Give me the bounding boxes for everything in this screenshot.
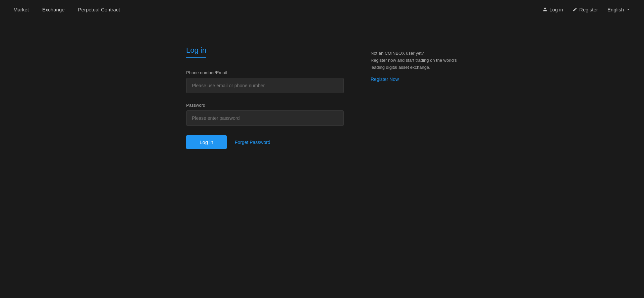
right-panel-promo: Not an COINBOX user yet? Register now an… xyxy=(371,50,458,71)
promo-text-2: Register now and start trading on the wo… xyxy=(371,58,457,70)
register-icon xyxy=(573,7,577,12)
nav-login[interactable]: Log in xyxy=(543,7,563,12)
phone-email-label: Phone number/Email xyxy=(186,70,344,75)
promo-text-1: Not an COINBOX user yet? xyxy=(371,51,424,56)
login-title: Log in xyxy=(186,46,206,58)
nav-item-market[interactable]: Market xyxy=(13,7,29,12)
language-label: English xyxy=(607,7,624,12)
nav-item-perpetual-contract[interactable]: Perpetual Contract xyxy=(78,7,120,12)
nav-login-label: Log in xyxy=(549,7,563,12)
phone-email-group: Phone number/Email xyxy=(186,70,344,93)
navbar: Market Exchange Perpetual Contract Log i… xyxy=(0,0,644,19)
form-actions: Log in Forget Password xyxy=(186,135,344,149)
right-panel: Not an COINBOX user yet? Register now an… xyxy=(371,46,458,82)
navbar-left: Market Exchange Perpetual Contract xyxy=(13,7,120,12)
login-button[interactable]: Log in xyxy=(186,135,227,149)
main-content: Log in Phone number/Email Password Log i… xyxy=(0,19,644,298)
phone-email-input[interactable] xyxy=(186,78,344,93)
register-now-link[interactable]: Register Now xyxy=(371,77,399,82)
navbar-right: Log in Register English xyxy=(543,7,631,12)
password-input[interactable] xyxy=(186,110,344,126)
login-form: Log in Phone number/Email Password Log i… xyxy=(186,46,344,149)
user-icon xyxy=(543,7,547,12)
password-label: Password xyxy=(186,103,344,108)
nav-language[interactable]: English xyxy=(607,7,631,12)
login-container: Log in Phone number/Email Password Log i… xyxy=(186,46,458,149)
chevron-down-icon xyxy=(626,7,631,12)
nav-register[interactable]: Register xyxy=(573,7,598,12)
nav-register-label: Register xyxy=(579,7,598,12)
password-group: Password xyxy=(186,103,344,126)
nav-item-exchange[interactable]: Exchange xyxy=(42,7,65,12)
forget-password-link[interactable]: Forget Password xyxy=(235,140,270,145)
